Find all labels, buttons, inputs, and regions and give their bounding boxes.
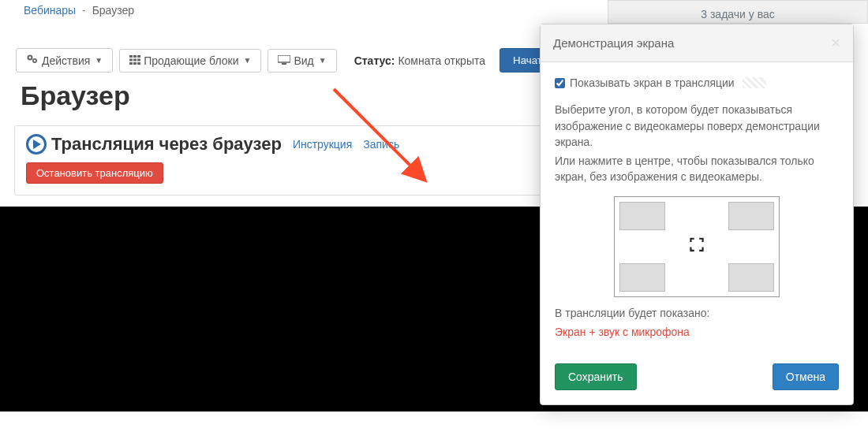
broadcast-info-label: В трансляции будет показано: [555,305,839,321]
monitor-icon [278,54,290,67]
status-label: Статус: [354,54,395,67]
svg-rect-6 [137,55,140,58]
pip-bottom-right[interactable] [728,263,774,292]
broadcast-title-row: Трансляция через браузер [26,134,282,155]
cancel-button[interactable]: Отмена [773,363,839,390]
show-screen-checkbox-row[interactable]: Показывать экран в трансляции [555,75,839,91]
pip-top-left[interactable] [619,202,665,230]
blocks-label: Продающие блоки [144,54,238,67]
status-value: Комната открыта [398,54,485,67]
broadcast-info-value: Экран + звук с микрофона [555,324,839,340]
blocks-dropdown[interactable]: Продающие блоки ▼ [119,49,261,73]
breadcrumb-current: Браузер [92,4,134,17]
caret-down-icon: ▼ [319,56,327,65]
close-icon[interactable]: × [831,34,840,52]
tasks-bar: 3 задачи у вас [608,0,868,24]
svg-rect-7 [129,58,133,61]
show-screen-checkbox[interactable] [555,78,565,88]
modal-help-2: Или нажмите в центре, чтобы показывался … [555,153,839,185]
pip-bottom-left[interactable] [619,263,665,292]
svg-point-1 [29,57,32,59]
instruction-link[interactable]: Инструкция [293,138,352,151]
pip-top-right[interactable] [728,202,774,230]
view-label: Вид [294,54,313,67]
actions-dropdown[interactable]: Действия ▼ [16,48,113,73]
obscured-text [743,77,766,88]
stop-broadcast-button[interactable]: Остановить трансляцию [26,162,163,184]
svg-rect-10 [129,62,133,65]
modal-title: Демонстрация экрана [553,36,674,50]
view-dropdown[interactable]: Вид ▼ [268,49,336,73]
svg-point-3 [34,60,36,61]
broadcast-title: Трансляция через браузер [51,134,282,155]
save-button[interactable]: Сохранить [555,363,637,390]
actions-label: Действия [42,54,90,67]
svg-rect-13 [278,55,290,62]
show-screen-label: Показывать экран в трансляции [570,75,735,91]
pip-center-only-screen[interactable] [687,234,707,259]
svg-rect-14 [282,63,286,65]
svg-rect-5 [133,55,137,58]
breadcrumb-root[interactable]: Вебинары [24,4,76,17]
svg-rect-4 [129,55,133,58]
status-text: Статус: Комната открыта [354,54,485,67]
screen-share-modal: Демонстрация экрана × Показывать экран в… [540,24,854,405]
caret-down-icon: ▼ [244,56,252,65]
grid-icon [129,54,140,67]
tasks-line1: 3 задачи у вас [616,7,859,23]
svg-rect-8 [133,58,137,61]
caret-down-icon: ▼ [95,56,103,65]
play-icon[interactable] [26,134,47,155]
breadcrumb-separator: - [82,4,86,17]
svg-rect-9 [137,58,140,61]
pip-position-picker [614,196,780,297]
gears-icon [26,54,39,67]
modal-help-1: Выберите угол, в котором будет показыват… [555,102,839,150]
record-link[interactable]: Запись [363,138,399,151]
svg-rect-12 [137,62,140,65]
svg-rect-11 [133,62,137,65]
